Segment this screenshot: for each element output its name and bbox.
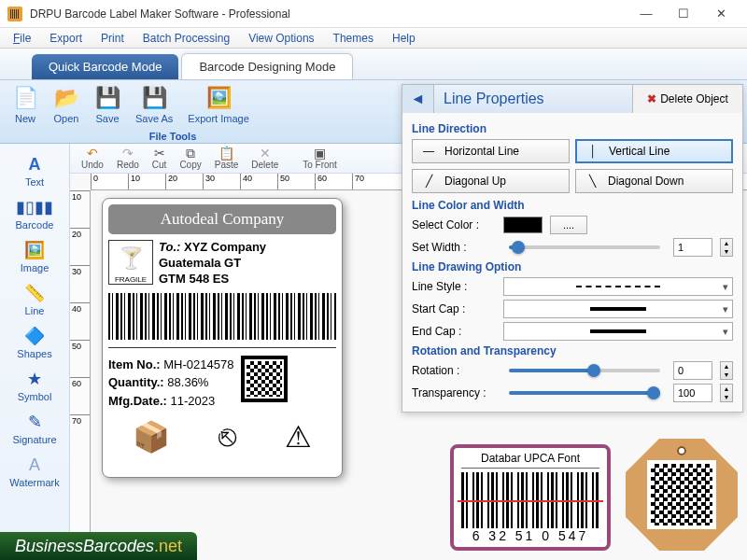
transparency-label: Transparency : — [412, 386, 496, 399]
ribbon-save[interactable]: 💾Save — [87, 83, 128, 126]
export-icon: 🖼️ — [205, 85, 232, 111]
start-cap-label: Start Cap : — [412, 302, 496, 315]
app-icon — [7, 7, 22, 21]
delete-x-icon: ✖ — [647, 92, 656, 105]
minimize-button[interactable]: — — [627, 1, 665, 27]
new-icon: 📄 — [12, 85, 38, 111]
rotation-spinner[interactable]: ▲▼ — [720, 361, 733, 380]
properties-panel: ◄ Line Properties ✖Delete Object Line Di… — [402, 84, 743, 413]
ribbon-export-image[interactable]: 🖼️Export Image — [180, 83, 256, 126]
preview-area: Databar UPCA Font 6 32 51 0 547 — [450, 439, 738, 551]
transparency-spinner[interactable]: ▲▼ — [720, 384, 733, 402]
qr-code-icon — [647, 460, 716, 529]
tool-sidebar: AText ▮▯▮▮Barcode 🖼️Image 📏Line 🔷Shapes … — [0, 144, 70, 560]
tool-watermark[interactable]: AWatermark — [0, 450, 69, 493]
rotation-value[interactable]: 0 — [673, 361, 712, 380]
rotation-slider[interactable] — [509, 369, 660, 372]
label-divider — [108, 347, 336, 348]
ribbon-open[interactable]: 📂Open — [46, 83, 87, 126]
section-rotation: Rotation and Transparency — [412, 344, 733, 357]
edit-copy[interactable]: ⧉Copy — [174, 145, 206, 172]
vertical-line-icon: │ — [585, 145, 601, 158]
label-preview[interactable]: Autodeal Company 🍸FRAGILE To.: XYZ Compa… — [102, 198, 343, 478]
tool-signature[interactable]: ✎Signature — [0, 407, 69, 450]
width-value[interactable]: 1 — [673, 238, 712, 257]
saveas-icon: 💾 — [141, 85, 167, 111]
tool-line[interactable]: 📏Line — [0, 278, 69, 321]
dir-vertical[interactable]: │Vertical Line — [575, 139, 733, 163]
edit-cut[interactable]: ✂Cut — [147, 145, 173, 172]
label-qr — [241, 356, 288, 402]
menu-help[interactable]: Help — [385, 30, 423, 47]
edit-tofront[interactable]: ▣To Front — [297, 145, 343, 172]
barcode-icon: ▮▯▮▮ — [22, 197, 47, 217]
dir-horizontal[interactable]: —Horizontal Line — [412, 139, 570, 163]
color-swatch[interactable] — [503, 217, 543, 233]
mode-tabs: Quick Barcode Mode Barcode Designing Mod… — [0, 49, 747, 80]
edit-undo[interactable]: ↶Undo — [76, 145, 109, 172]
save-icon: 💾 — [94, 85, 120, 111]
end-cap-dropdown[interactable] — [503, 322, 733, 341]
label-handling-symbols: 📦 ⎋ ⚠ — [108, 419, 336, 455]
menubar: File Export Print Batch Processing View … — [0, 28, 747, 49]
ribbon-saveas[interactable]: 💾Save As — [128, 83, 180, 126]
tool-symbol[interactable]: ★Symbol — [0, 364, 69, 407]
select-color-label: Select Color : — [412, 218, 496, 231]
section-direction: Line Direction — [412, 122, 733, 135]
handle-care-icon: 📦 — [133, 419, 170, 455]
tab-quick-barcode[interactable]: Quick Barcode Mode — [32, 54, 178, 79]
menu-view[interactable]: View Options — [241, 30, 321, 47]
dir-diagonal-down[interactable]: ╲Diagonal Down — [575, 169, 733, 193]
shapes-icon: 🔷 — [22, 326, 47, 346]
menu-batch[interactable]: Batch Processing — [135, 30, 237, 47]
text-icon: A — [22, 154, 47, 175]
undo-icon: ↶ — [87, 147, 98, 160]
barcode-preview-card[interactable]: Databar UPCA Font 6 32 51 0 547 — [450, 444, 611, 551]
edit-delete[interactable]: ✕Delete — [246, 145, 284, 172]
brand-footer: BusinessBarcodes.net — [0, 532, 197, 560]
preview-barcode — [461, 472, 599, 528]
qr-tag-preview[interactable] — [626, 439, 738, 551]
edit-paste[interactable]: 📋Paste — [209, 145, 245, 172]
maximize-button[interactable]: ☐ — [665, 1, 702, 27]
label-barcode — [108, 293, 336, 340]
close-button[interactable]: ✕ — [702, 1, 740, 27]
menu-themes[interactable]: Themes — [326, 30, 381, 47]
label-address: To.: XYZ Company Guatemala GT GTM 548 ES — [159, 240, 266, 287]
width-slider[interactable] — [509, 245, 660, 249]
panel-back-button[interactable]: ◄ — [402, 85, 434, 113]
menu-export[interactable]: Export — [42, 30, 90, 47]
rotation-label: Rotation : — [412, 364, 496, 377]
horizontal-line-icon: — — [420, 145, 437, 158]
delete-object-button[interactable]: ✖Delete Object — [632, 85, 742, 113]
width-spinner[interactable]: ▲▼ — [720, 238, 733, 257]
warning-icon: ⚠ — [285, 419, 312, 455]
menu-file[interactable]: File — [6, 30, 38, 47]
transparency-value[interactable]: 100 — [673, 384, 712, 402]
section-color: Line Color and Width — [412, 199, 733, 212]
dir-diagonal-up[interactable]: ╱Diagonal Up — [412, 169, 570, 193]
tool-barcode[interactable]: ▮▯▮▮Barcode — [0, 192, 69, 235]
image-icon: 🖼️ — [22, 240, 47, 260]
section-drawing: Line Drawing Option — [412, 260, 733, 273]
line-style-label: Line Style : — [412, 280, 496, 293]
line-style-dropdown[interactable] — [503, 277, 733, 296]
tool-image[interactable]: 🖼️Image — [0, 235, 69, 278]
menu-print[interactable]: Print — [93, 30, 132, 47]
start-cap-dropdown[interactable] — [503, 300, 733, 318]
tool-shapes[interactable]: 🔷Shapes — [0, 321, 69, 364]
tab-barcode-designing[interactable]: Barcode Designing Mode — [181, 53, 353, 79]
window-title: DRPU Barcode Label Maker Software - Prof… — [30, 7, 627, 21]
color-more-button[interactable]: .... — [550, 216, 587, 234]
copy-icon: ⧉ — [186, 147, 195, 160]
tool-text[interactable]: AText — [0, 149, 69, 192]
titlebar: DRPU Barcode Label Maker Software - Prof… — [0, 0, 747, 28]
end-cap-label: End Cap : — [412, 325, 496, 338]
ribbon-new[interactable]: 📄New — [5, 83, 46, 126]
diagonal-down-icon: ╲ — [584, 175, 600, 188]
diagonal-up-icon: ╱ — [420, 175, 437, 188]
ruler-vertical: 10203040506070 — [70, 190, 91, 560]
label-company: Autodeal Company — [108, 204, 336, 234]
transparency-slider[interactable] — [509, 391, 660, 395]
edit-redo[interactable]: ↷Redo — [111, 145, 145, 172]
